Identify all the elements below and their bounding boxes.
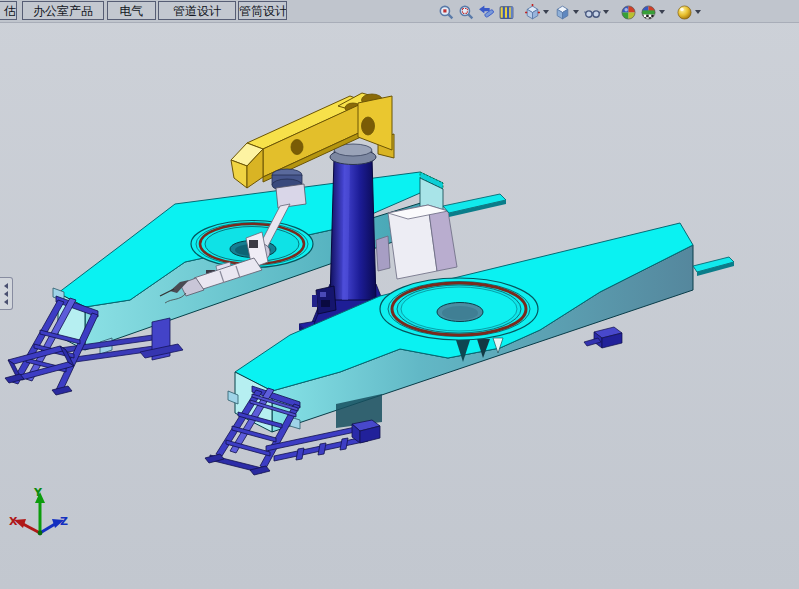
view-orientation-icon[interactable] xyxy=(523,3,541,21)
triad-y-label: Y xyxy=(33,486,43,499)
stand-left[interactable] xyxy=(5,296,98,395)
hide-show-items-icon[interactable] xyxy=(583,3,601,21)
collapse-arrow-icon xyxy=(4,283,8,289)
edit-appearance-icon[interactable] xyxy=(619,3,637,21)
graphics-viewport[interactable]: X Y Z xyxy=(0,0,799,589)
solidworks-window: X Y Z 估 办公室产品 电气 管道设计 管筒设计 xyxy=(0,0,799,589)
controller-box[interactable] xyxy=(312,286,336,314)
zoom-to-fit-icon[interactable] xyxy=(437,3,455,21)
view-settings-icon[interactable] xyxy=(675,3,693,21)
feature-panel-splitter[interactable] xyxy=(0,277,13,310)
section-view-icon[interactable] xyxy=(497,3,515,21)
display-style-icon[interactable] xyxy=(553,3,571,21)
previous-view-icon[interactable] xyxy=(477,3,495,21)
heads-up-view-toolbar xyxy=(436,2,704,22)
triad-x-label: X xyxy=(9,515,18,528)
zoom-to-area-icon[interactable] xyxy=(457,3,475,21)
hide-show-items-dropdown[interactable] xyxy=(603,10,609,14)
tab-electrical[interactable]: 电气 xyxy=(107,1,156,20)
view-orientation-dropdown[interactable] xyxy=(543,10,549,14)
beam-bracket xyxy=(584,327,622,348)
left-beam-fin[interactable] xyxy=(443,194,506,217)
right-ring[interactable] xyxy=(380,278,538,340)
collapse-arrow-icon xyxy=(4,299,8,305)
tab-tubing-design[interactable]: 管筒设计 xyxy=(238,1,287,20)
tab-evaluate-partial[interactable]: 估 xyxy=(0,1,17,20)
display-style-dropdown[interactable] xyxy=(573,10,579,14)
apply-scene-dropdown[interactable] xyxy=(659,10,665,14)
orientation-triad: X Y Z xyxy=(9,486,68,535)
collapse-arrow-icon xyxy=(4,291,8,297)
view-settings-dropdown[interactable] xyxy=(695,10,701,14)
apply-scene-icon[interactable] xyxy=(639,3,657,21)
fixture-block[interactable] xyxy=(376,205,457,279)
tab-office-products[interactable]: 办公室产品 xyxy=(22,1,104,20)
tab-piping-design[interactable]: 管道设计 xyxy=(158,1,236,20)
triad-z-label: Z xyxy=(60,515,68,528)
